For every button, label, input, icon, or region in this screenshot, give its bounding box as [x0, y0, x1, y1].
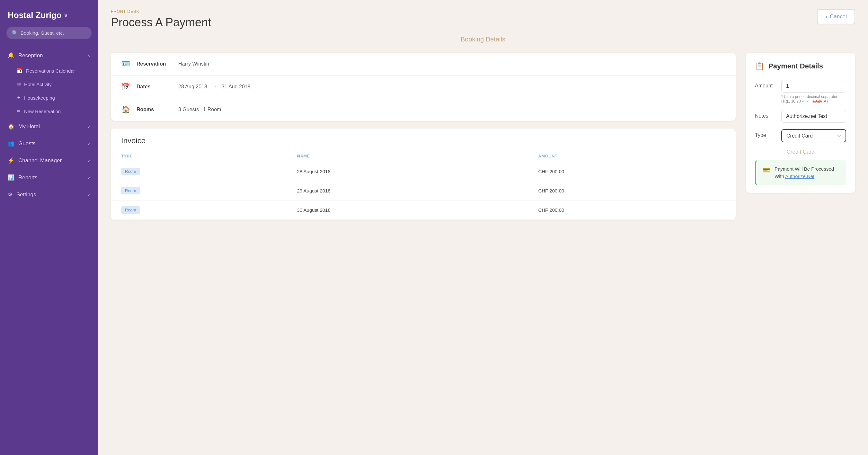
invoice-table: TYPE NAME AMOUNT Room 28 August 2018 CHF…	[111, 150, 736, 220]
main-body: 🪪 Reservation Harry Winstin 📅 Dates 28 A…	[98, 53, 868, 240]
settings-chevron: ∨	[87, 192, 90, 197]
search-icon: 🔍	[11, 30, 18, 36]
authorize-text: Payment Will Be Processed With Authorize…	[775, 165, 840, 180]
divider-line-right	[817, 152, 846, 152]
cell-amount: CHF 200.00	[528, 162, 736, 181]
table-row: Room 30 August 2018 CHF 200.00	[111, 201, 736, 220]
sidebar-item-label: My Hotel	[18, 123, 40, 130]
payment-icon: 📋	[755, 62, 765, 71]
sidebar-item-label: Channel Manager	[18, 157, 62, 164]
type-field-wrap: Credit CardCashCheckOther	[781, 129, 846, 142]
calendar-icon: 📅	[17, 68, 23, 73]
sidebar-item-label: Settings	[17, 191, 36, 198]
sidebar-item-new-reservation[interactable]: ✏ New Reservation	[0, 104, 98, 118]
reception-chevron: ∧	[87, 53, 90, 58]
notes-label: Notes	[755, 110, 777, 119]
cell-type: Room	[111, 162, 287, 181]
sidebar-logo[interactable]: Hostal Zurigo ∨	[0, 0, 98, 27]
my-hotel-chevron: ∨	[87, 124, 90, 129]
channel-icon: ⚡	[8, 157, 14, 164]
cell-amount: CHF 200.00	[528, 201, 736, 220]
sidebar-item-guests[interactable]: 👥 Guests ∨	[0, 135, 98, 152]
authorize-link[interactable]: Authorize.Net	[785, 174, 814, 179]
sidebar-item-reservations-calendar[interactable]: 📅 Reservations Calendar	[0, 64, 98, 78]
left-column: 🪪 Reservation Harry Winstin 📅 Dates 28 A…	[111, 53, 736, 228]
cancel-chevron-icon: ›	[825, 13, 827, 20]
sidebar-item-label: Guests	[18, 141, 36, 147]
sub-item-label: Hotel Activity	[24, 82, 52, 87]
notes-input[interactable]	[781, 110, 846, 123]
amount-input[interactable]	[781, 80, 846, 93]
date-arrow-icon: →	[212, 84, 218, 89]
rooms-row: 🏠 Rooms 3 Guests , 1 Room	[111, 98, 736, 121]
sidebar-item-hotel-activity[interactable]: ✉ Hotel Activity	[0, 78, 98, 91]
sidebar: Hostal Zurigo ∨ 🔍 🔔 Reception ∧ 📅 Reserv…	[0, 0, 98, 455]
rooms-label: Rooms	[136, 107, 172, 113]
dates-icon: 📅	[121, 83, 130, 91]
channel-chevron: ∨	[87, 158, 90, 163]
settings-icon: ⚙	[8, 191, 12, 198]
sidebar-item-channel-manager[interactable]: ⚡ Channel Manager ∨	[0, 152, 98, 169]
cell-amount: CHF 200.00	[528, 181, 736, 201]
reservation-value: Harry Winstin	[178, 61, 209, 67]
type-field: Type Credit CardCashCheckOther	[755, 129, 846, 142]
sidebar-item-housekeeping[interactable]: ✦ Housekeeping	[0, 91, 98, 104]
breadcrumb: FRONT DESK	[111, 9, 211, 14]
housekeeping-icon: ✦	[17, 95, 21, 100]
table-row: Room 29 August 2018 CHF 200.00	[111, 181, 736, 201]
sidebar-item-my-hotel[interactable]: 🏠 My Hotel ∨	[0, 118, 98, 135]
sub-item-label: New Reservation	[24, 109, 61, 114]
logo-chevron: ∨	[64, 12, 68, 19]
room-badge: Room	[121, 168, 140, 175]
payment-title: Payment Details	[768, 62, 823, 70]
dates-row: 📅 Dates 28 Aug 2018 → 31 Aug 2018	[111, 75, 736, 98]
authorize-notice: 💳 Payment Will Be Processed With Authori…	[755, 160, 846, 185]
title-area: FRONT DESK Process A Payment	[111, 9, 211, 29]
date-from: 28 Aug 2018 → 31 Aug 2018	[178, 84, 251, 90]
cell-name: 29 August 2018	[287, 181, 528, 201]
table-row: Room 28 August 2018 CHF 200.00	[111, 162, 736, 181]
room-badge: Room	[121, 187, 140, 194]
page-title: Process A Payment	[111, 16, 211, 29]
payment-card-header: 📋 Payment Details	[755, 62, 846, 71]
sidebar-search-bar[interactable]: 🔍	[6, 27, 92, 39]
credit-card-label: Credit Card	[787, 149, 815, 155]
sub-item-label: Housekeeping	[24, 95, 55, 100]
notes-field-wrap	[781, 110, 846, 123]
payment-details-card: 📋 Payment Details Amount * Use a period …	[746, 53, 855, 193]
invoice-title: Invoice	[111, 128, 736, 150]
col-amount: AMOUNT	[528, 150, 736, 162]
dates-label: Dates	[136, 84, 172, 90]
sidebar-item-reports[interactable]: 📊 Reports ∨	[0, 169, 98, 186]
guests-chevron: ∨	[87, 141, 90, 146]
sub-item-label: Reservations Calendar	[26, 68, 75, 73]
reservation-row: 🪪 Reservation Harry Winstin	[111, 53, 736, 75]
reception-icon: 🔔	[8, 52, 14, 59]
col-name: NAME	[287, 150, 528, 162]
credit-card-icon: 💳	[763, 166, 771, 174]
reservation-icon: 🪪	[121, 60, 130, 68]
sidebar-item-label: Reception	[18, 52, 43, 59]
reports-chevron: ∨	[87, 175, 90, 180]
booking-details-section-title: Booking Details	[111, 36, 855, 43]
search-input[interactable]	[21, 30, 86, 36]
sidebar-item-settings[interactable]: ⚙ Settings ∨	[0, 186, 98, 203]
amount-field: Amount * Use a period decimal separator …	[755, 80, 846, 103]
cancel-label: Cancel	[830, 13, 847, 20]
rooms-icon: 🏠	[121, 105, 130, 114]
type-select[interactable]: Credit CardCashCheckOther	[781, 129, 846, 142]
divider-line-left	[755, 152, 783, 152]
credit-card-divider: Credit Card	[755, 149, 846, 155]
page-header: FRONT DESK Process A Payment › Cancel	[98, 0, 868, 36]
cell-name: 30 August 2018	[287, 201, 528, 220]
invoice-card: Invoice TYPE NAME AMOUNT Room 28 August …	[111, 128, 736, 220]
cancel-button[interactable]: › Cancel	[817, 9, 855, 24]
type-label: Type	[755, 129, 777, 138]
my-hotel-icon: 🏠	[8, 123, 14, 130]
amount-field-wrap: * Use a period decimal separator (e.g., …	[781, 80, 846, 103]
amount-label: Amount	[755, 80, 777, 89]
sidebar-item-reception[interactable]: 🔔 Reception ∧	[0, 47, 98, 64]
sidebar-item-label: Reports	[18, 175, 38, 181]
room-badge: Room	[121, 206, 140, 214]
cell-type: Room	[111, 181, 287, 201]
